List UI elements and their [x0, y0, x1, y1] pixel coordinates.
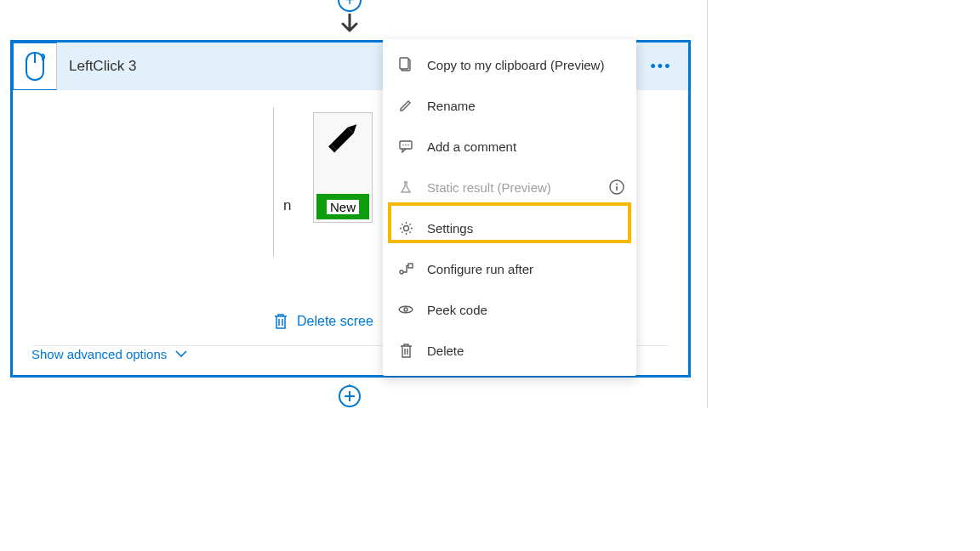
pencil-icon: [316, 112, 369, 163]
svg-point-20: [404, 308, 407, 311]
svg-rect-16: [616, 186, 618, 190]
delete-screenshot-label: Delete scree: [297, 314, 373, 329]
menu-add-comment[interactable]: Add a comment: [383, 126, 636, 167]
new-label: New: [327, 200, 359, 214]
chevron-down-icon: [175, 350, 187, 359]
svg-point-18: [400, 270, 403, 274]
menu-settings[interactable]: Settings: [383, 207, 636, 248]
trash-icon: [273, 313, 288, 330]
comment-icon: [398, 139, 413, 153]
screenshot-preview: New: [273, 107, 392, 257]
svg-point-13: [407, 145, 409, 146]
menu-configure-run-after[interactable]: Configure run after: [383, 248, 636, 289]
pencil-icon: [398, 99, 413, 112]
insert-step-bottom[interactable]: [338, 384, 362, 408]
eye-icon: [398, 304, 413, 315]
flask-icon: [398, 180, 413, 194]
svg-rect-19: [408, 264, 413, 268]
mouse-click-icon: [23, 51, 47, 82]
show-advanced-options[interactable]: Show advanced options: [31, 347, 187, 361]
menu-peek-code[interactable]: Peek code: [383, 289, 636, 330]
ellipsis-icon: •••: [651, 58, 672, 76]
menu-label: Peek code: [427, 303, 487, 317]
menu-copy[interactable]: Copy to my clipboard (Preview): [383, 44, 636, 85]
menu-delete[interactable]: Delete: [383, 330, 636, 371]
field-label: n: [283, 197, 291, 214]
sidebar-right-divider: [707, 0, 708, 408]
menu-rename[interactable]: Rename: [383, 85, 636, 126]
plus-circle-icon: [338, 384, 362, 408]
menu-label: Rename: [427, 99, 476, 113]
screenshot-thumb[interactable]: New: [313, 112, 373, 223]
action-title: LeftClick 3: [69, 58, 136, 75]
more-options-button[interactable]: •••: [642, 43, 680, 90]
svg-point-15: [616, 184, 618, 185]
menu-label: Copy to my clipboard (Preview): [427, 58, 604, 72]
trash-icon: [398, 344, 413, 358]
action-icon: [13, 43, 57, 90]
svg-point-17: [403, 225, 408, 230]
plus-icon: +: [338, 0, 362, 12]
menu-label: Static result (Preview): [427, 180, 551, 195]
menu-label: Add a comment: [427, 139, 516, 154]
menu-label: Configure run after: [427, 262, 533, 276]
svg-rect-1: [331, 128, 354, 151]
delete-screenshot-button[interactable]: Delete scree: [273, 313, 373, 330]
gear-icon: [398, 221, 413, 236]
svg-point-12: [405, 145, 407, 146]
svg-rect-9: [400, 58, 408, 69]
action-context-menu: Copy to my clipboard (Preview) Rename Ad…: [383, 39, 636, 376]
menu-label: Settings: [427, 221, 473, 236]
advanced-options-label: Show advanced options: [31, 347, 167, 361]
menu-static-result: Static result (Preview): [383, 167, 636, 207]
info-icon[interactable]: [609, 179, 624, 195]
new-label-box: New: [316, 194, 369, 219]
menu-label: Delete: [427, 344, 464, 358]
clipboard-icon: [398, 57, 413, 72]
flow-icon: [398, 263, 413, 275]
svg-point-11: [402, 145, 404, 146]
arrow-down-icon: [341, 14, 358, 34]
